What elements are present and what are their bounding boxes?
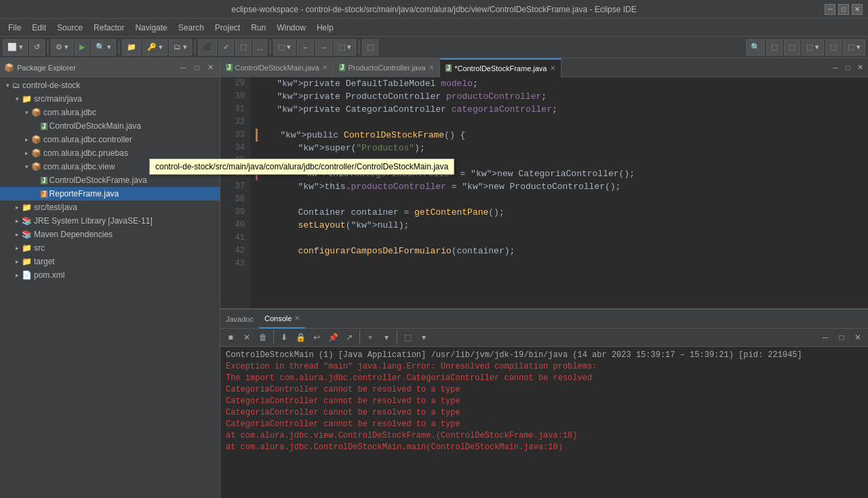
menu-navigate[interactable]: Navigate [130,22,172,34]
toolbar-btn-16[interactable]: ⬚ [825,39,842,56]
menu-file[interactable]: File [3,22,26,34]
console-new-btn[interactable]: + [363,330,378,345]
console-terminate-btn[interactable]: ■ [223,330,238,345]
menu-project[interactable]: Project [210,22,245,34]
console-word-wrap-btn[interactable]: ↩ [309,330,324,345]
menu-search[interactable]: Search [173,22,210,34]
tree-icon-control-de-stock: 🗂 [12,81,20,90]
console-close-btn[interactable]: ✕ [850,330,865,345]
console-pin-btn[interactable]: 📌 [326,330,340,345]
console-remove-btn[interactable]: ✕ [239,330,254,345]
maximize-button[interactable]: □ [838,4,849,15]
tree-icon-ReporteFrame: J [41,189,47,199]
toolbar-btn-3[interactable]: ⚙ ▾ [51,39,73,56]
tab-close-0[interactable]: ✕ [322,64,328,71]
tree-label-src-test-java: src/test/java [34,203,77,212]
tree-item-control-de-stock[interactable]: ▾🗂control-de-stock [0,79,220,92]
line-num-29: 29 [226,77,245,90]
close-button[interactable]: ✕ [852,4,863,15]
toolbar-btn-13[interactable]: ⬚ [766,39,783,56]
code-line-43 [256,257,868,270]
toolbar-btn-9[interactable]: ✓ [218,39,234,56]
toolbar-nav-btn[interactable]: ⬚ ▾ [273,39,296,56]
toolbar-btn-8[interactable]: ⬛ [198,39,217,56]
console-maximize-btn[interactable]: □ [834,330,849,345]
tree-item-src-main-java[interactable]: ▾📁src/main/java [0,92,220,106]
menu-help[interactable]: Help [311,22,339,34]
tree-item-src-test-java[interactable]: ▸📁src/test/java [0,201,220,214]
console-switch-btn[interactable]: ▾ [379,330,394,345]
tree-item-JRESystem[interactable]: ▸📚JRE System Library [JavaSE-11] [0,214,220,228]
console-content[interactable]: ControlDeStockMain (1) [Java Application… [220,347,868,498]
line-num-31: 31 [226,103,245,116]
tree-item-src[interactable]: ▸📁src [0,241,220,255]
panel-close-btn[interactable]: ✕ [205,62,216,73]
tree-item-target[interactable]: ▸📁target [0,255,220,268]
tree-item-com-alura-jdbc-pruebas[interactable]: ▸📦com.alura.jdbc.pruebas [0,146,220,160]
tree-label-ControlDeStockMain: ControlDeStockMain.java [50,121,141,131]
menu-refactor[interactable]: Refactor [88,22,130,34]
toolbar-btn-15[interactable]: ⬚ ▾ [802,39,824,56]
tree-item-ControlDeStockMain[interactable]: JControlDeStockMain.java [0,119,220,133]
menu-source[interactable]: Source [52,22,88,34]
tab-close-2[interactable]: ✕ [550,64,555,72]
tab-maximize-btn[interactable]: □ [842,62,853,73]
toolbar-btn-12[interactable]: ⬚ ▾ [334,39,356,56]
tree-item-com-alura-jdbc[interactable]: ▾📦com.alura.jdbc [0,106,220,119]
console-minimize-btn[interactable]: ─ [818,330,833,345]
toolbar-btn-10[interactable]: ⬚ [235,39,252,56]
line-num-42: 42 [226,245,245,257]
console-scroll-lock-btn[interactable]: 🔒 [293,330,308,345]
toolbar-fwd-btn[interactable]: → [315,39,332,56]
toolbar-btn-2[interactable]: ↺ [29,39,45,56]
panel-maximize-btn[interactable]: □ [191,62,202,73]
editor-tab-2[interactable]: J*ControlDeStockFrame.java✕ [440,58,561,77]
minimize-button[interactable]: ─ [825,4,835,15]
console-tab-1[interactable]: Console ✕ [259,310,305,329]
line-num-39: 39 [226,206,245,219]
toolbar-btn-6[interactable]: 🔑 ▾ [142,39,167,56]
tree-icon-src-test-java: 📁 [22,203,32,212]
console-tab-close-1[interactable]: ✕ [294,314,300,322]
toolbar-btn-7[interactable]: 🗂 ▾ [169,39,192,56]
console-tab-0[interactable]: Javadoc [220,310,259,329]
console-expand-btn[interactable]: ↗ [342,330,357,345]
toolbar-btn-4[interactable]: 🔍 ▾ [91,39,116,56]
toolbar-run-btn[interactable]: ▶ [75,39,90,56]
tree-item-MavenDeps[interactable]: ▸📚Maven Dependencies [0,228,220,241]
tree-label-com-alura-jdbc: com.alura.jdbc [43,108,96,117]
line-num-41: 41 [226,232,245,245]
console-save-btn[interactable]: ⬚ [400,330,415,345]
tooltip: control-de-stock/src/main/java/com/alura… [149,159,454,175]
tree-item-pom-xml[interactable]: ▸📄pom.xml [0,268,220,282]
menu-window[interactable]: Window [271,22,311,34]
toolbar-btn-1[interactable]: ⬜ ▾ [3,39,28,56]
line-num-32: 32 [226,116,245,129]
menu-edit[interactable]: Edit [26,22,52,34]
tree-item-com-alura-jdbc-controller[interactable]: ▸📦com.alura.jdbc.controller [0,133,220,146]
editor-tab-1[interactable]: JProductoController.java✕ [334,58,440,77]
editor-tab-0[interactable]: JControlDeStockMain.java✕ [220,58,334,77]
console-clear-btn[interactable]: 🗑 [256,330,271,345]
console-scroll-end-btn[interactable]: ⬇ [277,330,292,345]
console-terminated-line: ControlDeStockMain (1) [Java Application… [226,350,863,361]
tree-item-ControlDeStockFrame[interactable]: JControlDeStockFrame.java [0,173,220,187]
tree-label-com-alura-jdbc-pruebas: com.alura.jdbc.pruebas [43,148,128,158]
tab-close-1[interactable]: ✕ [429,64,434,71]
tab-close-btn[interactable]: ✕ [854,62,865,73]
tree-icon-ControlDeStockMain: J [41,121,47,131]
toolbar-btn-17[interactable]: ⬚ ▾ [843,39,865,56]
tab-minimize-btn[interactable]: ─ [830,62,841,73]
panel-minimize-btn[interactable]: ─ [178,62,189,73]
toolbar-btn-5[interactable]: 📁 [122,39,141,56]
console-open-btn[interactable]: ▾ [416,330,431,345]
line-num-30: 30 [226,90,245,103]
toolbar-export-btn[interactable]: ⬚ [362,39,378,56]
menu-run[interactable]: Run [245,22,271,34]
toolbar-btn-11[interactable]: ⎵ [253,39,267,56]
tree-item-ReporteFrame[interactable]: JReporteFrame.java [0,187,220,201]
toolbar-btn-14[interactable]: ⬚ [784,39,800,56]
code-editor[interactable]: 293031323334353637383940414243 "kw">priv… [220,77,868,308]
toolbar-back-btn[interactable]: ← [297,39,314,56]
search-btn[interactable]: 🔍 [746,39,765,56]
